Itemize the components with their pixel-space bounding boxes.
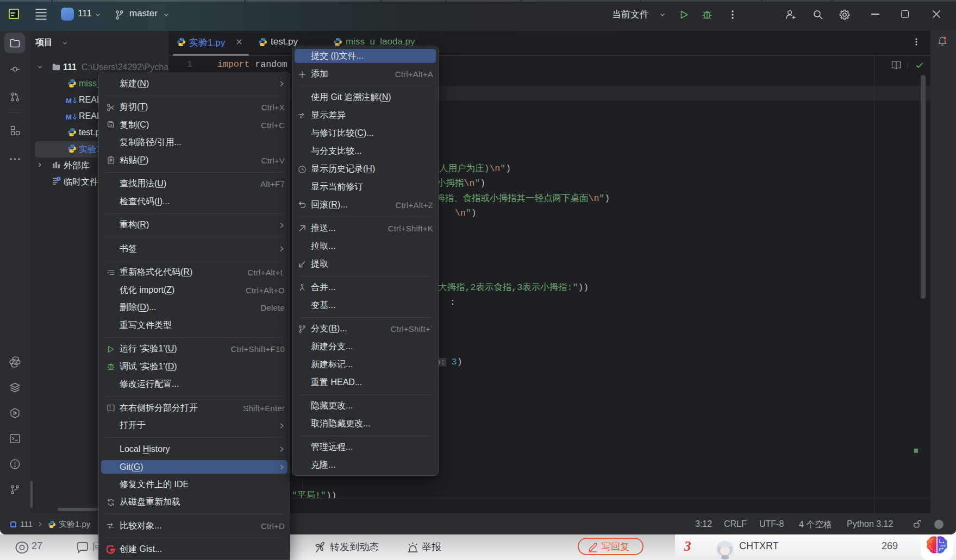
svg-text:M: M	[66, 97, 72, 105]
svg-text:PC: PC	[11, 11, 16, 15]
svg-text:M: M	[66, 113, 72, 121]
